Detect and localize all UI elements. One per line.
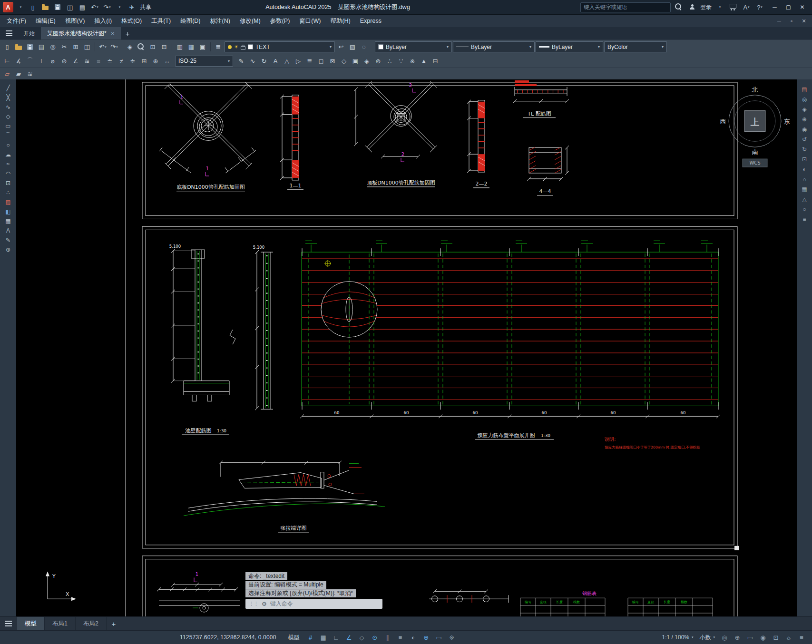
xref-icon[interactable]: ⊠ — [327, 56, 338, 66]
insert-block-tool-icon[interactable]: ⊡ — [3, 178, 13, 187]
layer-isolate-icon[interactable]: ◌ — [359, 42, 369, 52]
dim-tool-icon[interactable]: ⊕ — [3, 245, 13, 254]
layer-states-icon[interactable]: ▧ — [347, 42, 358, 52]
otrack-toggle-icon[interactable]: ∥ — [382, 632, 393, 643]
table-icon[interactable]: ≣ — [304, 56, 315, 66]
circle-select-icon[interactable]: ○ — [799, 205, 810, 214]
leader-icon[interactable]: ▷ — [293, 56, 303, 66]
workspace-switch-icon[interactable]: ◎ — [719, 632, 730, 643]
copy-icon[interactable]: ⊞ — [70, 42, 81, 52]
new-drawing-icon[interactable]: ▯ — [2, 42, 12, 52]
menu-edit[interactable]: 编辑(E) — [31, 15, 60, 27]
zoom-window-icon[interactable]: ⊡ — [799, 155, 810, 164]
rectangle-tool-icon[interactable]: ▭ — [3, 121, 13, 130]
dynamic-input-toggle-icon[interactable]: ⊕ — [421, 632, 432, 643]
dim-continue-icon[interactable]: ≐ — [105, 56, 115, 66]
tolerance-icon[interactable]: ⊞ — [139, 56, 149, 66]
circle-tool-icon[interactable]: ○ — [3, 140, 13, 149]
menu-parametric[interactable]: 参数(P) — [265, 15, 295, 27]
drawing-canvas[interactable]: 1 1 底板DN1000管孔配筋加固图 — [16, 79, 797, 616]
menu-modify[interactable]: 修改(M) — [235, 15, 265, 27]
shade-toggle-icon[interactable]: ◐ — [799, 165, 810, 174]
divide-icon[interactable]: ∴ — [384, 56, 395, 66]
open-drawing-icon[interactable] — [13, 42, 24, 52]
snap-toggle-icon[interactable]: ▦ — [318, 632, 329, 643]
save-icon[interactable] — [52, 2, 63, 12]
dim-ordinate-icon[interactable]: ⊥ — [36, 56, 47, 66]
plot-style-select[interactable]: ByColor ▾ — [604, 41, 667, 52]
undo-button[interactable]: ↶▾ — [98, 42, 108, 52]
undo-view-icon[interactable]: ↺ — [799, 135, 810, 144]
color-select[interactable]: ByLayer ▾ — [375, 41, 452, 52]
paste-icon[interactable]: ◫ — [82, 42, 92, 52]
text-style-icon[interactable]: A — [270, 56, 281, 66]
dim-update-icon[interactable]: ↻ — [259, 56, 269, 66]
dim-angular-icon[interactable]: ∠ — [70, 56, 81, 66]
dim-arc-length-icon[interactable]: ⌒ — [25, 56, 35, 66]
polar-toggle-icon[interactable]: ∠ — [343, 632, 355, 643]
plot-drawing-icon[interactable]: ▤ — [36, 42, 47, 52]
tab-close-icon[interactable]: ✕ — [111, 31, 115, 36]
isolate-icon[interactable]: ⊡ — [770, 632, 782, 643]
workspace-icon[interactable]: ▱ — [2, 69, 12, 78]
hatch-tool-icon[interactable]: ▨ — [3, 197, 13, 206]
ellipse-tool-icon[interactable]: ◠ — [3, 169, 13, 178]
quick-dim-icon[interactable]: ≋ — [82, 56, 92, 66]
lock-ui-icon[interactable]: ◉ — [757, 632, 769, 643]
xline-tool-icon[interactable]: ╳ — [3, 93, 13, 102]
layer-properties-icon[interactable]: ≣ — [213, 42, 224, 52]
osnap-toggle-icon[interactable]: ⊙ — [369, 632, 381, 643]
layer-palette-icon[interactable]: ▤ — [799, 85, 810, 94]
pan-tool-icon[interactable]: ◈ — [799, 105, 810, 114]
quick-properties-icon[interactable]: ▭ — [744, 632, 756, 643]
dim-edit-icon[interactable]: ✎ — [236, 56, 246, 66]
ucs-icon[interactable]: Y X — [46, 572, 76, 601]
menu-format[interactable]: 格式(O) — [117, 15, 147, 27]
solid-icon[interactable]: ▲ — [419, 56, 429, 66]
drawing-viewport[interactable]: 1 1 底板DN1000管孔配筋加固图 — [16, 79, 797, 616]
plot-preview-icon[interactable]: ◎ — [48, 42, 58, 52]
home-view-icon[interactable]: ⌂ — [799, 175, 810, 184]
dim-spacing-icon[interactable]: ≑ — [127, 56, 138, 66]
isodraft-toggle-icon[interactable]: ◇ — [356, 632, 368, 643]
menu-draw[interactable]: 绘图(D) — [176, 15, 205, 27]
store-cart-icon[interactable] — [728, 2, 738, 12]
search-icon[interactable] — [674, 2, 684, 12]
polyline-tool-icon[interactable]: ∿ — [3, 102, 13, 111]
donut-icon[interactable]: ⊚ — [373, 56, 383, 66]
command-grip-icon[interactable]: ⋮⋮ — [249, 601, 258, 607]
dim-jogged-icon[interactable]: ↔ — [162, 56, 172, 66]
doc-close-button[interactable]: ✕ — [798, 15, 810, 27]
user-icon[interactable] — [687, 2, 697, 12]
navigation-wheel-icon[interactable]: ◎ — [799, 95, 810, 104]
menu-express[interactable]: Express — [355, 15, 386, 27]
clean-screen-icon[interactable]: ☼ — [783, 632, 794, 643]
dim-linear-icon[interactable]: ⊢ — [2, 56, 12, 66]
zoom-extents-icon[interactable]: ⊕ — [799, 115, 810, 124]
qnew-icon[interactable]: ▯ — [28, 2, 38, 12]
edit-tool-icon[interactable]: ✎ — [3, 235, 13, 244]
annotation-visibility-icon[interactable]: ※ — [446, 632, 458, 643]
menu-window[interactable]: 窗口(W) — [294, 15, 325, 27]
share-icon[interactable]: ✈ — [127, 2, 137, 12]
grid-display-icon[interactable]: ▦ — [799, 185, 810, 194]
annotation-monitor-icon[interactable]: ≋ — [25, 69, 35, 78]
customize-icon[interactable]: ⚙ — [262, 601, 267, 607]
pan-icon[interactable]: ◈ — [125, 42, 135, 52]
annotation-scale-button[interactable]: 1:1 / 100%▾ — [660, 634, 696, 641]
layout-menu-icon[interactable] — [0, 617, 17, 630]
redo-button[interactable]: ↷▾ — [109, 42, 119, 52]
app-menu-chevron-icon[interactable]: ▾ — [15, 2, 26, 12]
lineweight-toggle-icon[interactable]: ≡ — [395, 632, 406, 643]
polygon-tool-icon[interactable]: ◇ — [3, 112, 13, 121]
menu-dimension[interactable]: 标注(N) — [205, 15, 235, 27]
dim-diameter-icon[interactable]: ⊘ — [59, 56, 69, 66]
search-input[interactable] — [580, 2, 671, 12]
annotation-icon[interactable]: △ — [282, 56, 292, 66]
tool-palettes-icon[interactable]: ▣ — [197, 42, 208, 52]
menu-help[interactable]: 帮助(H) — [325, 15, 355, 27]
wipeout-icon[interactable]: ⊟ — [430, 56, 440, 66]
open-icon[interactable] — [40, 2, 50, 12]
autodesk-access-icon[interactable]: A▾ — [741, 2, 752, 12]
menu-insert[interactable]: 插入(I) — [89, 15, 117, 27]
